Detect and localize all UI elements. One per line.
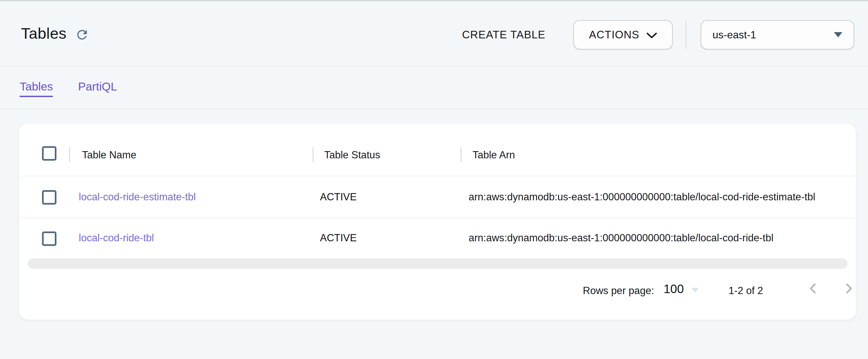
column-header-table-status: Table Status (324, 149, 380, 161)
table-header-row: Table Name Table Status Table Arn (19, 124, 856, 176)
column-divider (460, 147, 462, 162)
row-checkbox[interactable] (42, 190, 57, 204)
create-table-button[interactable]: CREATE TABLE (462, 27, 546, 43)
page-title: Tables (21, 24, 67, 42)
region-select-value: us-east-1 (712, 29, 834, 41)
rows-per-page-select[interactable]: 100 (663, 282, 699, 296)
table-arn-cell: arn:aws:dynamodb:us-east-1:000000000000:… (469, 232, 774, 244)
refresh-icon (75, 28, 89, 42)
horizontal-scrollbar[interactable] (28, 258, 848, 269)
refresh-button[interactable] (75, 27, 91, 43)
table-arn-cell: arn:aws:dynamodb:us-east-1:000000000000:… (469, 191, 815, 203)
actions-button-label: ACTIONS (589, 29, 640, 41)
tab-partiql[interactable]: PartiQL (78, 80, 117, 93)
actions-button[interactable]: ACTIONS (573, 20, 673, 50)
table-name-link[interactable]: local-cod-ride-tbl (79, 232, 154, 244)
column-divider (69, 147, 70, 162)
previous-page-button[interactable] (807, 281, 822, 296)
table-row: local-cod-ride-estimate-tbl ACTIVE arn:a… (19, 176, 856, 218)
rows-per-page-label: Rows per page: (583, 285, 654, 297)
row-checkbox[interactable] (42, 231, 57, 246)
table-name-link[interactable]: local-cod-ride-estimate-tbl (79, 191, 196, 203)
tab-tables[interactable]: Tables (20, 80, 53, 97)
column-header-table-name: Table Name (82, 149, 136, 161)
table-row: local-cod-ride-tbl ACTIVE arn:aws:dynamo… (19, 218, 856, 258)
region-select[interactable]: us-east-1 (701, 20, 854, 50)
chevron-right-icon (842, 282, 855, 295)
dynamodb-admin-tables-page: Tables CREATE TABLE ACTIONS us-east-1 Ta… (0, 0, 868, 359)
next-page-button[interactable] (842, 281, 857, 296)
column-divider (312, 147, 314, 162)
header-bar: Tables CREATE TABLE ACTIONS us-east-1 (0, 1, 868, 67)
tab-bar: Tables PartiQL (0, 68, 868, 109)
table-status-cell: ACTIVE (320, 232, 357, 244)
page-range-label: 1-2 of 2 (728, 285, 763, 297)
column-header-table-arn: Table Arn (472, 149, 515, 161)
toolbar-divider (686, 21, 686, 48)
table-status-cell: ACTIVE (320, 191, 357, 203)
caret-down-icon (691, 288, 699, 292)
chevron-down-icon (647, 32, 657, 39)
tables-card: Table Name Table Status Table Arn local-… (19, 124, 856, 320)
select-all-checkbox[interactable] (42, 146, 57, 161)
caret-down-icon (834, 32, 842, 37)
rows-per-page-value: 100 (663, 282, 684, 296)
chevron-left-icon (807, 282, 820, 295)
